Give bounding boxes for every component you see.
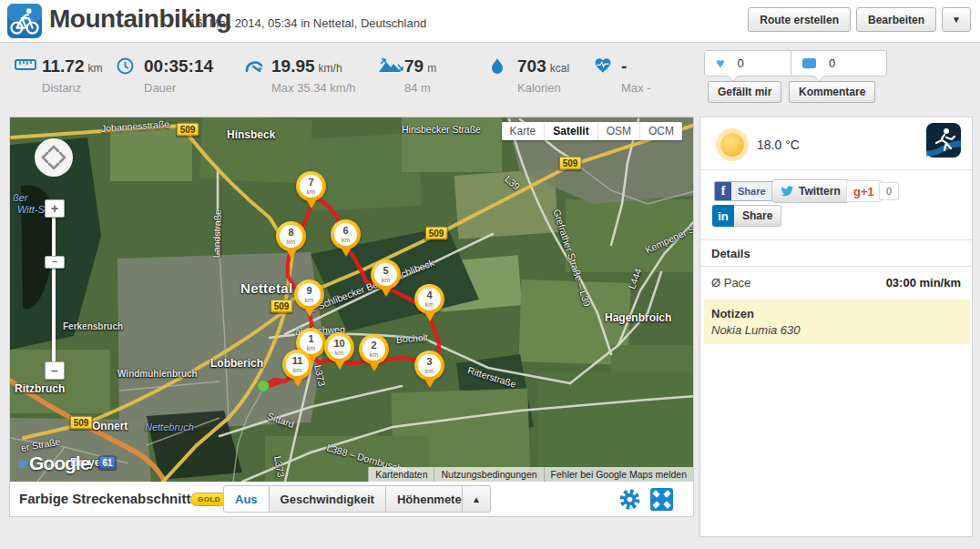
stat-value: 703 (517, 56, 546, 76)
activity-page: { "colors":{"accent_blue":"#1e83c4","rou… (0, 0, 980, 549)
route-start-dot (257, 380, 270, 392)
stat-heart-rate: - Max - (594, 56, 651, 95)
like-button[interactable]: Gefällt mir (708, 81, 781, 103)
comment-button[interactable]: Kommentare (789, 81, 875, 103)
google-logo[interactable]: Google (19, 452, 89, 474)
map[interactable]: JohannesstraßeHinsbeckHinsbecker Straßeß… (10, 117, 693, 482)
zoom-slider-track[interactable] (52, 208, 56, 371)
map-label: Nettebruch (145, 422, 194, 432)
page-header: Mountainbiking 16. Mai, 2014, 05:34 in N… (0, 0, 980, 43)
map-label: Ferkensbruch (63, 321, 123, 331)
details-header: Details (700, 239, 972, 267)
notes-text: Nokia Lumia 630 (711, 323, 963, 337)
map-pan-control[interactable] (34, 137, 74, 178)
stat-value: - (621, 56, 627, 76)
googleplus-button[interactable]: g+1 (846, 180, 882, 202)
route-marker-3km[interactable]: 3km (414, 351, 444, 381)
map-settings-gear-icon[interactable] (618, 488, 641, 511)
facebook-icon: f (715, 182, 731, 200)
route-marker-11km[interactable]: 11km (282, 350, 312, 380)
road-badge-509: 509 (271, 300, 293, 313)
cycling-activity-icon (7, 4, 42, 38)
map-type-control: KarteSatellitOSMOCM (502, 122, 682, 140)
map-label: Grefrather Straße – L39 (551, 208, 593, 308)
map-label: Hagenbroich (605, 311, 671, 324)
zoom-out-button[interactable]: – (45, 361, 65, 380)
stat-label: Kalorien (517, 81, 569, 95)
map-label: Lobberich (210, 357, 263, 370)
segment-options: AusGeschwindigkeitHöhenmeter (223, 485, 478, 513)
google-logo-mark (19, 461, 26, 468)
pace-value: 03:00 min/km (886, 276, 961, 290)
comment-bubble-icon (802, 58, 816, 68)
pace-label: Ø Pace (711, 276, 750, 290)
stat-unit: kcal (550, 62, 569, 75)
facebook-share-label: Share (731, 186, 772, 197)
route-marker-2km[interactable]: 2km (359, 334, 389, 364)
facebook-share-button[interactable]: f Share (714, 181, 773, 201)
like-count-box: ♥ 0 (704, 50, 801, 76)
route-marker-9km[interactable]: 9km (294, 280, 324, 310)
details-panel: 18.0 °C f Share Twittern g+1 0 in Share … (699, 117, 973, 537)
fullscreen-icon[interactable] (650, 488, 673, 511)
stat-unit: km (88, 62, 103, 75)
twitter-share-button[interactable]: Twittern (771, 179, 850, 203)
linkedin-icon: in (712, 205, 734, 227)
segments-collapse-wrap: ▲ (463, 485, 491, 513)
map-attribution: KartendatenNutzungsbedingungenFehler bei… (368, 467, 693, 482)
stat-value: 79 (404, 56, 424, 76)
route-marker-7km[interactable]: 7km (296, 171, 326, 201)
stat-label: Distanz (42, 81, 103, 95)
ruler-icon (15, 57, 36, 76)
map-label: Ritterstraße (466, 364, 517, 390)
divider (700, 169, 972, 170)
map-label: ßer (13, 192, 28, 203)
collapse-segments-button[interactable]: ▲ (462, 485, 491, 513)
map-type-osm[interactable]: OSM (597, 122, 639, 140)
map-label: Ritzbruch (15, 382, 65, 395)
map-type-ocm[interactable]: OCM (639, 122, 682, 140)
map-label: Sittard (266, 410, 296, 430)
attribution-link[interactable]: Nutzungsbedingungen (434, 467, 543, 482)
route-marker-5km[interactable]: 5km (371, 259, 401, 290)
stat-value: 19.95 (271, 56, 315, 76)
map-card: JohannesstraßeHinsbeckHinsbecker Straßeß… (9, 117, 694, 517)
route-marker-4km[interactable]: 4km (414, 284, 444, 314)
attribution-link[interactable]: Kartendaten (368, 467, 434, 482)
map-label: L39 (503, 173, 522, 191)
notes-box: Notizen Nokia Lumia 630 (704, 300, 970, 344)
route-marker-8km[interactable]: 8km (276, 221, 306, 251)
segment-option-aus[interactable]: Aus (223, 485, 270, 513)
notes-heading: Notizen (711, 307, 963, 320)
linkedin-share-button[interactable]: in Share (712, 205, 781, 227)
road-badge-509: 509 (70, 416, 93, 430)
create-route-button[interactable]: Route erstellen (748, 7, 851, 32)
runtastic-app-icon (926, 123, 961, 158)
attribution-link[interactable]: Fehler bei Google Maps melden (544, 467, 693, 482)
map-label: Onnert (92, 420, 128, 432)
map-overlays: JohannesstraßeHinsbeckHinsbecker Straßeß… (10, 117, 693, 482)
route-marker-6km[interactable]: 6km (331, 219, 361, 249)
map-type-karte[interactable]: Karte (502, 122, 545, 140)
edit-button[interactable]: Bearbeiten (856, 7, 936, 32)
stat-label: Max - (621, 81, 651, 95)
map-label: er Straße (20, 435, 61, 452)
activity-subtitle: 16. Mai, 2014, 05:34 in Nettetal, Deutsc… (189, 16, 426, 30)
stat-elevation: 79m 84 m (377, 56, 436, 95)
comment-count-box: 0 (791, 50, 887, 76)
map-type-satellit[interactable]: Satellit (544, 122, 597, 140)
stat-duration: 00:35:14 Dauer (117, 56, 217, 95)
linkedin-share-label: Share (734, 205, 781, 227)
stat-value: 00:35:14 (144, 56, 213, 76)
clock-icon (117, 57, 134, 78)
map-label: Landstraße (210, 209, 223, 259)
comment-count: 0 (829, 56, 835, 70)
zoom-in-button[interactable]: + (45, 199, 65, 218)
more-actions-button[interactable]: ▼ (942, 7, 971, 32)
twitter-share-label: Twittern (799, 185, 841, 198)
stat-label: Max 35.34 km/h (271, 81, 356, 95)
map-label: Bocholt (395, 331, 428, 345)
segment-option-geschwindigkeit[interactable]: Geschwindigkeit (269, 485, 386, 513)
route-marker-10km[interactable]: 10km (324, 332, 354, 362)
zoom-slider-handle[interactable]: – (45, 256, 65, 269)
